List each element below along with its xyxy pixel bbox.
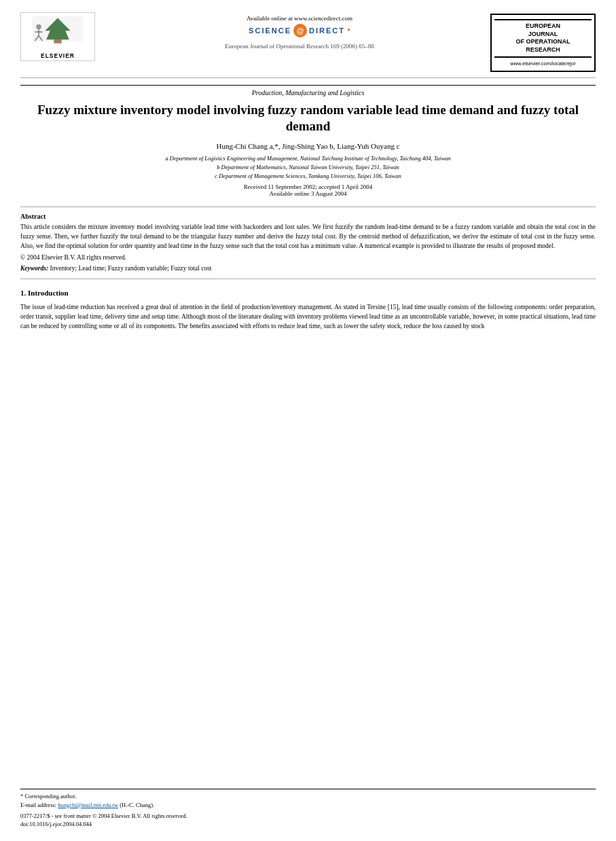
- copyright: © 2004 Elsevier B.V. All rights reserved…: [20, 254, 596, 261]
- abstract-section: Abstract This article considers the mixt…: [20, 213, 596, 271]
- issn-text: 0377-2217/$ - see front matter © 2004 El…: [20, 812, 596, 821]
- svg-point-3: [36, 24, 41, 29]
- ejor-title-line2: JOURNAL: [494, 31, 592, 39]
- affiliation-b: b Department of Mathematics, National Ta…: [0, 163, 616, 172]
- received-date: Received 11 September 2002; accepted 1 A…: [0, 183, 616, 197]
- corresponding-author-label: * Corresponding author.: [20, 793, 76, 800]
- main-content: Abstract This article considers the mixt…: [0, 213, 616, 331]
- ejor-title-line3: OF OPERATIONAL: [494, 38, 592, 46]
- affiliation-c: c Department of Management Sciences, Tam…: [0, 172, 616, 181]
- introduction-text: The issue of lead-time reduction has rec…: [20, 302, 596, 332]
- svg-rect-2: [54, 39, 61, 43]
- paper-title: Fuzzy mixture inventory model involving …: [27, 102, 589, 135]
- sd-at-symbol: @: [293, 24, 307, 37]
- ejor-title-block: EUROPEAN JOURNAL OF OPERATIONAL RESEARCH: [494, 19, 592, 58]
- header-center: Available online at www.sciencedirect.co…: [109, 12, 490, 50]
- email-label: E-mail address:: [20, 802, 56, 808]
- affiliations: a Department of Logistics Engineering an…: [0, 154, 616, 180]
- email-address[interactable]: hungchi@mail.ntit.edu.tw: [58, 802, 118, 808]
- keywords: Keywords: Inventory; Lead time; Fuzzy ra…: [20, 265, 596, 272]
- abstract-label: Abstract: [20, 213, 596, 220]
- authors: Hung-Chi Chang a,*, Jing-Shing Yao b, Li…: [0, 142, 616, 150]
- sd-dot: •: [347, 25, 350, 36]
- abstract-divider-bottom: [20, 279, 596, 279]
- available-online-text: Available online at www.sciencedirect.co…: [109, 15, 490, 22]
- keywords-text: Inventory; Lead time; Fuzzy random varia…: [50, 265, 212, 272]
- header-divider: [20, 77, 596, 78]
- header: ELSEVIER Available online at www.science…: [0, 0, 616, 72]
- sd-direct-text: DIRECT: [309, 26, 345, 35]
- elsevier-logo-svg: [24, 13, 92, 51]
- email-note: E-mail address: hungchi@mail.ntit.edu.tw…: [20, 801, 596, 810]
- footer: * Corresponding author. E-mail address: …: [20, 789, 596, 829]
- section-tag: Production, Manufacturing and Logistics: [20, 85, 596, 96]
- affiliation-a: a Department of Logistics Engineering an…: [0, 154, 616, 163]
- introduction-heading: 1. Introduction: [20, 289, 596, 297]
- sciencedirect-logo: SCIENCE @ DIRECT •: [109, 24, 490, 37]
- ejor-box: EUROPEAN JOURNAL OF OPERATIONAL RESEARCH…: [490, 14, 596, 72]
- ejor-title-line1: EUROPEAN: [494, 22, 592, 31]
- elsevier-text: ELSEVIER: [41, 52, 75, 59]
- journal-line: European Journal of Operational Research…: [109, 43, 490, 50]
- sd-science-text: SCIENCE: [249, 26, 291, 35]
- elsevier-logo-area: ELSEVIER: [20, 12, 109, 61]
- abstract-text: This article considers the mixture inven…: [20, 223, 596, 251]
- page: ELSEVIER Available online at www.science…: [0, 0, 616, 841]
- issn-line: 0377-2217/$ - see front matter © 2004 El…: [20, 812, 596, 829]
- corresponding-author-note: * Corresponding author.: [20, 792, 596, 801]
- introduction-section: 1. Introduction The issue of lead-time r…: [20, 289, 596, 332]
- ejor-title-line4: RESEARCH: [494, 46, 592, 54]
- email-suffix: (H.-C. Chang).: [120, 802, 154, 808]
- abstract-divider-top: [20, 207, 596, 207]
- available-online-date: Available online 3 August 2004: [0, 190, 616, 197]
- doi-text: doi:10.1016/j.ejor.2004.04.044: [20, 820, 596, 829]
- authors-text: Hung-Chi Chang a,*, Jing-Shing Yao b, Li…: [216, 142, 399, 150]
- ejor-url: www.elsevier.com/locate/ejor: [494, 60, 592, 67]
- received-text: Received 11 September 2002; accepted 1 A…: [0, 183, 616, 190]
- elsevier-logo: ELSEVIER: [20, 12, 95, 61]
- keywords-label: Keywords:: [20, 265, 48, 272]
